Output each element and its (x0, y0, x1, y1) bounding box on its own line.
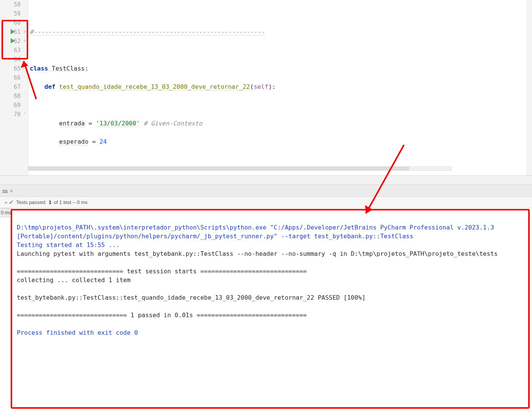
fold-end-icon: ⌃ (24, 112, 27, 116)
run-tab[interactable]: ss × (0, 185, 17, 197)
line-number: 70 (0, 110, 21, 119)
keyword: def (45, 83, 56, 90)
check-icon: ✔ (9, 199, 14, 206)
run-tab-label: ss (2, 188, 8, 194)
editor-right-strip (527, 0, 532, 175)
duration-badge: 0 ms (0, 208, 12, 217)
console-output[interactable]: D:\tmp\projetos_PATH\.system\interpretad… (12, 208, 532, 411)
self-arg: self (254, 83, 269, 90)
line-number: 68 (0, 92, 21, 101)
run-test-icon[interactable] (11, 38, 15, 43)
expand-icon[interactable]: » (5, 199, 6, 205)
console-command: D:\tmp\projetos_PATH\.system\interpretad… (17, 224, 498, 240)
class-name: TestClass: (48, 65, 88, 72)
console-line: ============================= test sessi… (17, 268, 307, 275)
test-status-bar: » ✔ Tests passed: 1 of 1 test – 0 ms (0, 197, 532, 208)
line-number: 66 (0, 73, 21, 82)
number: 24 (99, 138, 107, 145)
line-number: 69 (0, 101, 21, 110)
fold-rail: ⊖ ⊖ ⌃ (23, 0, 28, 175)
horizontal-scrollbar[interactable] (28, 166, 452, 171)
line-number: 65 (0, 64, 21, 73)
status-count: 1 (49, 199, 51, 205)
run-tab-bar: ss × (0, 185, 532, 197)
editor-pane: 58 59 60 61 62 63 64 65 66 67 68 69 70 ⊖… (0, 0, 532, 175)
line-number: 59 (0, 9, 21, 18)
variable: esperado (59, 138, 88, 145)
status-prefix: Tests passed: (16, 199, 46, 205)
line-number: 64 (0, 55, 21, 64)
gutter: 58 59 60 61 62 63 64 65 66 67 68 69 70 (0, 0, 23, 175)
run-test-icon[interactable] (11, 29, 15, 34)
console-line: ============================== 1 passed … (17, 311, 307, 319)
console-line: collecting ... collected 1 item (17, 276, 131, 284)
fold-toggle-icon[interactable]: ⊖ (24, 39, 27, 43)
line-number: 61 (0, 27, 21, 37)
console-exit: Process finished with exit code 0 (17, 329, 138, 336)
line-number: 63 (0, 46, 21, 55)
scrollbar-thumb[interactable] (29, 167, 409, 170)
line-number: 67 (0, 82, 21, 92)
close-icon[interactable]: × (10, 188, 13, 194)
line-number: 60 (0, 18, 21, 27)
status-suffix: of 1 test – 0 ms (54, 199, 88, 205)
string: '13/03/2000' (96, 120, 140, 127)
comment: # Given-Contexto (140, 120, 202, 127)
line-number: 58 (0, 0, 21, 9)
fold-toggle-icon[interactable]: ⊖ (24, 30, 27, 34)
console-started: Testing started at 15:55 ... (17, 241, 120, 249)
line-number: 62 (0, 37, 21, 46)
comment: #---------------------------------------… (30, 28, 265, 35)
text: = (85, 120, 96, 127)
console-line: test_bytebank.py::TestClass::test_quando… (17, 294, 365, 301)
keyword: class (30, 65, 48, 72)
func-name: test_quando_idade_recebe_13_03_2000_deve… (59, 83, 250, 90)
console-line: Launching pytest with arguments test_byt… (17, 250, 498, 257)
text: = (88, 138, 99, 145)
panel-divider[interactable] (0, 175, 532, 185)
code-area[interactable]: #---------------------------------------… (28, 0, 532, 175)
variable: entrada (59, 120, 85, 127)
